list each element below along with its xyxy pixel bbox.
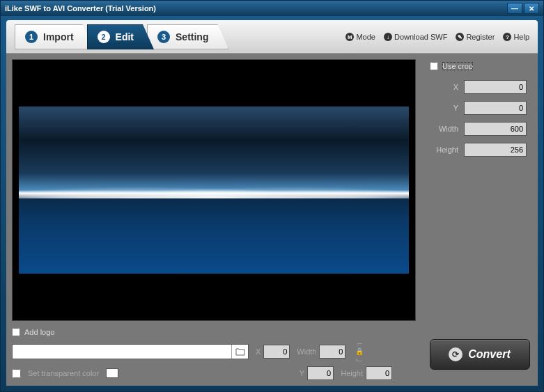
transparent-checkbox[interactable] [12, 369, 21, 378]
logo-y-field: Y [300, 366, 334, 380]
convert-button[interactable]: ⟳ Convert [430, 339, 530, 370]
crop-y-input[interactable] [464, 101, 527, 115]
logo-y-label: Y [300, 369, 304, 377]
tab-edit-num: 2 [98, 31, 110, 43]
folder-icon [235, 347, 245, 356]
register-label: Register [466, 33, 495, 41]
crop-y-row: Y [430, 101, 527, 115]
use-crop-row: Use crop [430, 62, 527, 70]
titlebar[interactable]: iLike SWF to AVI Converter (Trial Versio… [1, 1, 543, 16]
logo-height-label: Height [341, 369, 363, 377]
crop-width-row: Width [430, 122, 527, 136]
crop-x-input[interactable] [464, 80, 527, 94]
mode-link[interactable]: M Mode [345, 33, 375, 41]
content-area: Use crop X Y Width Height [6, 54, 538, 386]
edit-main: Use crop X Y Width Height [12, 59, 532, 322]
register-icon: ✎ [456, 33, 464, 41]
add-logo-checkbox[interactable] [12, 328, 20, 336]
add-logo-row: Add logo [12, 328, 416, 336]
logo-height-input[interactable] [366, 366, 392, 380]
tab-import-num: 1 [25, 31, 38, 43]
transparent-row: Set transparent color Y Height [12, 366, 416, 380]
transparent-label: Set transparent color [28, 369, 99, 377]
toolbar: 1 Import 2 Edit 3 Setting M Mode ↓ Downl… [6, 20, 538, 54]
window-title: iLike SWF to AVI Converter (Trial Versio… [5, 4, 506, 13]
logo-height-field: Height [341, 366, 392, 380]
crop-x-row: X [430, 80, 527, 94]
download-label: Download SWF [394, 33, 447, 41]
logo-x-input[interactable] [263, 345, 290, 359]
minimize-button[interactable]: — [507, 3, 522, 14]
help-label: Help [513, 33, 529, 41]
logo-y-input[interactable] [307, 366, 334, 380]
logo-width-field: Width [297, 345, 345, 359]
convert-icon: ⟳ [449, 347, 463, 361]
logo-x-label: X [256, 347, 261, 356]
logo-panel: Add logo X Width [12, 328, 416, 380]
tab-import[interactable]: 1 Import [15, 24, 94, 49]
preview-pane [12, 59, 416, 321]
convert-label: Convert [468, 348, 510, 361]
logo-width-input[interactable] [319, 345, 345, 359]
tab-setting[interactable]: 3 Setting [147, 24, 228, 49]
crop-height-label: Height [430, 146, 458, 154]
transparent-color-swatch[interactable] [106, 368, 118, 378]
crop-height-row: Height [430, 143, 527, 157]
logo-width-label: Width [297, 347, 316, 356]
register-link[interactable]: ✎ Register [456, 33, 495, 41]
tab-edit-label: Edit [116, 31, 134, 42]
crop-y-label: Y [430, 104, 458, 112]
tab-group: 1 Import 2 Edit 3 Setting [15, 24, 228, 49]
add-logo-label: Add logo [24, 328, 54, 336]
use-crop-label: Use crop [442, 62, 473, 70]
tab-import-label: Import [43, 31, 74, 42]
crop-panel: Use crop X Y Width Height [424, 59, 532, 322]
tab-edit[interactable]: 2 Edit [87, 24, 154, 49]
logo-path-row: X Width ⌐ 🔒 ⌙ [12, 340, 416, 362]
preview-image [19, 107, 409, 274]
crop-x-label: X [430, 83, 458, 91]
logo-x-field: X [256, 345, 290, 359]
close-button[interactable]: ✕ [524, 3, 539, 14]
download-icon: ↓ [384, 33, 392, 41]
tab-setting-num: 3 [157, 31, 170, 43]
download-swf-link[interactable]: ↓ Download SWF [384, 33, 447, 41]
mode-icon: M [345, 33, 354, 41]
bracket-top-icon: ⌐ [357, 340, 362, 346]
aspect-lock[interactable]: ⌐ 🔒 ⌙ [355, 340, 364, 362]
crop-width-input[interactable] [464, 122, 527, 136]
preview-image-content [19, 178, 409, 198]
browse-logo-button[interactable] [231, 345, 248, 359]
application-window: iLike SWF to AVI Converter (Trial Versio… [0, 0, 544, 392]
bracket-bottom-icon: ⌙ [355, 356, 364, 362]
mode-label: Mode [356, 33, 375, 41]
crop-width-label: Width [430, 125, 458, 133]
convert-panel: ⟳ Convert [427, 328, 532, 380]
bottom-panel: Add logo X Width [12, 328, 532, 380]
logo-path-field[interactable] [12, 344, 249, 359]
minimize-icon: — [511, 5, 518, 13]
crop-height-input[interactable] [464, 143, 527, 157]
tab-setting-label: Setting [176, 31, 208, 42]
help-icon: ? [503, 33, 511, 41]
toolbar-links: M Mode ↓ Download SWF ✎ Register ? Help [345, 33, 529, 41]
use-crop-checkbox[interactable] [430, 62, 438, 70]
help-link[interactable]: ? Help [503, 33, 529, 41]
close-icon: ✕ [529, 5, 534, 13]
